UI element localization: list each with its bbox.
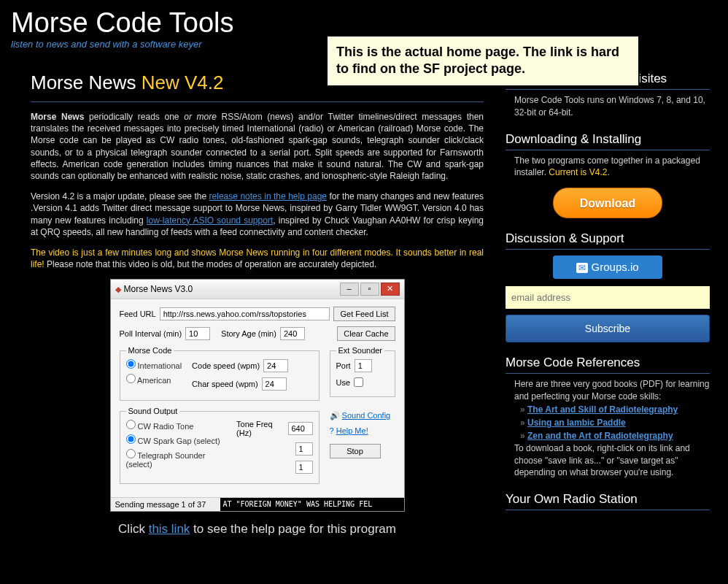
status-ticker: AT "FOREIGN MONEY" WAS HELPING FEL <box>220 498 404 511</box>
story-age-input[interactable] <box>280 327 305 340</box>
help-me-link[interactable]: Help Me! <box>336 426 368 435</box>
close-button[interactable]: ✕ <box>381 283 400 296</box>
callout-box: This is the actual home page. The link i… <box>326 35 640 87</box>
video-note: The video is just a few minutes long and… <box>31 247 484 270</box>
ref-link-3[interactable]: Zen and the Art of Radiotelegraphy <box>527 431 673 441</box>
window-title: Morse News V3.0 <box>124 284 193 294</box>
groups-io-button[interactable]: ✉ Groups.io <box>553 256 662 279</box>
asio-link[interactable]: low-latency ASIO sound support <box>147 215 273 226</box>
references-heading: Morse Code References <box>506 356 710 374</box>
sidebar: OS Support & Pre-Requisites Morse Code T… <box>506 72 710 537</box>
release-notes-link[interactable]: release notes in the help page <box>209 191 327 201</box>
tone-freq-input[interactable] <box>288 422 313 435</box>
mail-icon: ✉ <box>576 263 588 273</box>
code-speed-input[interactable] <box>263 359 288 372</box>
references-note: To download a book, right-click on its l… <box>506 442 710 479</box>
get-feed-button[interactable]: Get Feed List <box>333 307 395 321</box>
version-paragraph: Version 4.2 is a major update, please se… <box>31 191 484 238</box>
feed-url-input[interactable] <box>160 307 330 320</box>
sound-config-link[interactable]: Sound Config <box>342 411 391 420</box>
port-label: Port <box>336 361 351 370</box>
subscribe-button[interactable]: Subscribe <box>506 315 710 342</box>
download-button[interactable]: Download <box>553 188 662 218</box>
help-page-text: Click this link to see the help page for… <box>31 522 484 537</box>
stop-button[interactable]: Stop <box>330 444 381 458</box>
os-text: Morse Code Tools runs on Windows 7, 8, a… <box>506 94 710 119</box>
references-intro: Here are three very good books (PDF) for… <box>506 378 710 403</box>
divider <box>31 101 484 102</box>
ref-link-1[interactable]: The Art and Skill of Radiotelegraphy <box>527 404 678 415</box>
clear-cache-button[interactable]: Clear Cache <box>337 326 395 341</box>
feed-url-label: Feed URL <box>120 310 156 318</box>
code-speed-label: Code speed (wpm) <box>192 361 260 370</box>
poll-label: Poll Interval (min) <box>120 329 182 338</box>
main-content: Morse News New V4.2 Morse News periodica… <box>31 72 484 537</box>
use-label: Use <box>336 378 351 387</box>
morse-legend: Morse Code <box>126 346 174 355</box>
spark-sel-input[interactable] <box>295 442 313 456</box>
sound-output-fieldset: Sound Output CW Radio Tone CW Spark Gap … <box>120 407 320 484</box>
use-checkbox[interactable] <box>354 377 363 387</box>
ref-link-2[interactable]: Using an Iambic Paddle <box>527 418 626 428</box>
story-age-label: Story Age (min) <box>221 329 276 338</box>
app-screenshot: ◆Morse News V3.0 – ▫ ✕ Feed URL Get Feed… <box>110 279 405 512</box>
intro-paragraph: Morse News periodically reads one or mor… <box>31 111 484 182</box>
port-input[interactable] <box>355 359 372 372</box>
cw-spark-radio[interactable] <box>126 434 136 444</box>
char-speed-label: Char speed (wpm) <box>192 380 257 388</box>
statusbar: Sending message 1 of 37 AT "FOREIGN MONE… <box>111 497 404 511</box>
discussion-heading: Discussion & Support <box>506 231 710 250</box>
app-icon: ◆ <box>115 285 121 293</box>
cw-tone-radio[interactable] <box>126 420 136 429</box>
download-heading: Downloading & Installing <box>506 132 710 150</box>
email-input[interactable] <box>506 286 710 309</box>
morse-code-fieldset: Morse Code International American Code s… <box>120 346 320 401</box>
maximize-button[interactable]: ▫ <box>360 283 379 296</box>
status-left: Sending message 1 of 37 <box>111 498 220 511</box>
char-speed-input[interactable] <box>262 377 287 391</box>
titlebar: ◆Morse News V3.0 – ▫ ✕ <box>111 280 404 299</box>
radio-heading: Your Own Radio Station <box>506 492 710 510</box>
american-radio[interactable] <box>126 374 136 383</box>
intl-radio[interactable] <box>126 359 136 369</box>
minimize-button[interactable]: – <box>340 283 359 296</box>
tel-sel-input[interactable] <box>295 461 313 474</box>
help-page-link[interactable]: this link <box>149 522 190 536</box>
help-icon: ? <box>330 426 334 435</box>
tel-sounder-radio[interactable] <box>126 449 136 458</box>
sound-legend: Sound Output <box>126 407 180 415</box>
download-text: The two programs come together in a pack… <box>506 155 710 180</box>
speaker-icon: 🔊 <box>330 411 340 420</box>
poll-input[interactable] <box>185 327 210 340</box>
ext-sounder-fieldset: Ext Sounder Port Use <box>330 346 395 397</box>
site-title: Morse Code Tools <box>11 7 717 39</box>
ext-legend: Ext Sounder <box>336 346 385 355</box>
tone-freq-label: Tone Freq (Hz) <box>236 420 284 437</box>
